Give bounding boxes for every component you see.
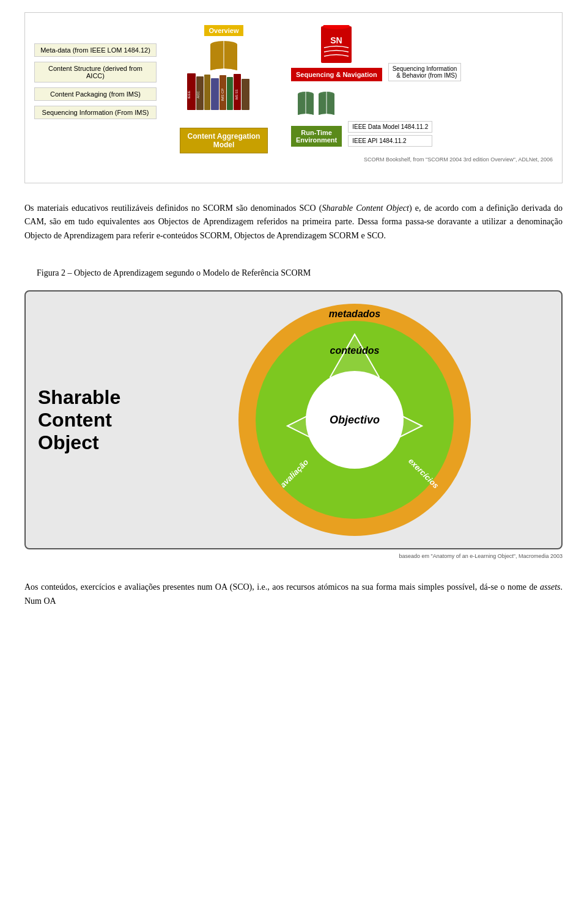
right-col: SN Sequencing & Navigation Sequencing In…: [291, 25, 553, 163]
bottom-paragraph-section: Aos conteúdos, exercícios e avaliações p…: [0, 571, 587, 614]
bookshelf-icon: IEEE AICC IMS CP IMS SS: [175, 40, 273, 125]
conteudos-label: conteúdos: [330, 345, 380, 356]
scorm-diagram: Meta-data (from IEEE LOM 1484.12) Conten…: [24, 12, 563, 183]
figure-caption-text: Figura 2 – Objecto de Aprendizagem segun…: [37, 268, 311, 277]
left-item-sequencing-info: Sequencing Information (From IMS): [34, 106, 157, 119]
paragraph1-text: Os materiais educativos reutilizáveis de…: [24, 202, 563, 243]
circles-container: metadados conteúdos Objectivo avaliação …: [238, 304, 471, 536]
svg-text:IMS CP: IMS CP: [221, 89, 224, 101]
sequencing-navigation-box: SN Sequencing & Navigation: [291, 25, 382, 81]
left-item-content-structure: Content Structure (derived from AICC): [34, 62, 157, 82]
bottom-paragraph-text: Aos conteúdos, exercícios e avaliações p…: [24, 581, 563, 608]
sco-diagram-section: SharableContentObject: [0, 287, 587, 571]
right-top-row: SN Sequencing & Navigation Sequencing In…: [291, 25, 553, 81]
svg-text:IMS SS: IMS SS: [235, 89, 238, 100]
sco-left-title: SharableContentObject: [38, 386, 160, 453]
metadados-label: metadados: [329, 309, 380, 320]
svg-rect-4: [204, 75, 210, 110]
cam-label: Content AggregationModel: [180, 128, 268, 153]
svg-text:SN: SN: [331, 35, 342, 45]
svg-text:AICC: AICC: [196, 91, 200, 98]
svg-rect-5: [211, 78, 219, 110]
paragraph1-italic: Sharable Content Object: [322, 204, 409, 213]
overview-label: Overview: [204, 25, 244, 36]
inner-circle: Objectivo: [306, 371, 404, 469]
assets-italic: assets: [540, 582, 560, 592]
svg-text:IEEE: IEEE: [187, 90, 191, 99]
center-books-col: Overview: [163, 25, 285, 153]
ieee-data-model-label: IEEE Data Model 1484.11.2: [348, 121, 432, 133]
ieee-api-label: IEEE API 1484.11.2: [348, 135, 432, 147]
si-label: Sequencing Information& Behavior (from I…: [388, 63, 462, 81]
rte-book-icon: [295, 89, 338, 123]
paragraph1-section: Os materiais educativos reutilizáveis de…: [0, 189, 587, 262]
figure-caption: Figura 2 – Objecto de Aprendizagem segun…: [0, 262, 587, 287]
left-item-content-packaging: Content Packaging (from IMS): [34, 87, 157, 101]
rte-box: Run-TimeEnvironment: [291, 89, 342, 147]
sco-diagram: SharableContentObject: [24, 290, 563, 549]
rte-books: [295, 89, 338, 123]
top-diagram-section: Meta-data (from IEEE LOM 1484.12) Conten…: [0, 0, 587, 189]
sn-label: Sequencing & Navigation: [291, 68, 382, 81]
right-bottom-row: Run-TimeEnvironment IEEE Data Model 1484…: [291, 89, 553, 147]
rte-label: Run-TimeEnvironment: [291, 126, 342, 147]
diagram-credit: SCORM Bookshelf, from "SCORM 2004 3rd ed…: [291, 156, 553, 163]
sco-circles-area: metadados conteúdos Objectivo avaliação …: [160, 304, 549, 536]
left-item-metadata: Meta-data (from IEEE LOM 1484.12): [34, 43, 157, 57]
svg-rect-9: [242, 79, 249, 110]
svg-rect-7: [227, 77, 233, 110]
objectivo-label: Objectivo: [330, 414, 380, 427]
sco-diagram-credit: baseado em "Anatomy of an e-Learning Obj…: [24, 553, 563, 559]
ieee-labels: IEEE Data Model 1484.11.2 IEEE API 1484.…: [348, 121, 432, 147]
sn-book-icon: SN: [315, 25, 358, 65]
left-labels-col: Meta-data (from IEEE LOM 1484.12) Conten…: [34, 43, 157, 119]
